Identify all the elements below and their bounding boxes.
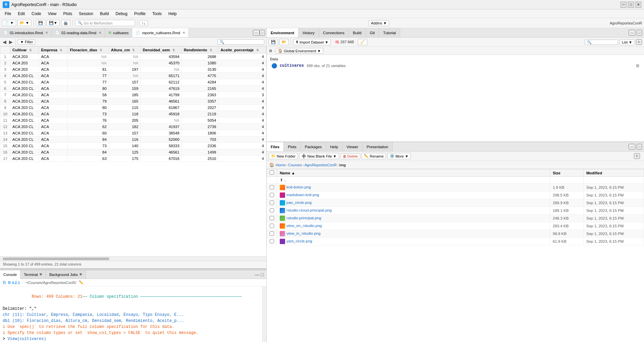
- col-header-floracion[interactable]: Floracion_dias ⇅: [68, 47, 109, 54]
- new-folder-button[interactable]: 📁 New Folder: [269, 153, 298, 159]
- editor-minimize-btn[interactable]: —: [253, 30, 260, 36]
- save-all-button[interactable]: 💾▼: [47, 20, 60, 26]
- file-checkbox-7[interactable]: [270, 231, 274, 236]
- tab-01-introduction[interactable]: 📄 01-introduction.Rmd ✕: [0, 28, 52, 37]
- tab-help[interactable]: Help: [326, 142, 342, 151]
- close-terminal-tab[interactable]: ✕: [39, 272, 42, 277]
- env-search-input[interactable]: [585, 40, 618, 45]
- global-env-button[interactable]: 🏠 Global Environment ▼: [276, 48, 323, 54]
- clear-env-button[interactable]: 🧹: [358, 39, 367, 45]
- table-row[interactable]: 4ACA 203 CLACA77NA6517147754: [0, 73, 266, 79]
- col-header-empresa[interactable]: Empresa ⇅: [39, 47, 68, 54]
- col-header-altura[interactable]: Altura_cm ⇅: [109, 47, 141, 54]
- table-row[interactable]: 14ACA 203 CLACA84116520007034: [0, 136, 266, 143]
- file-checkbox-8[interactable]: [270, 239, 274, 243]
- rename-button[interactable]: ✏️ Rename: [362, 153, 386, 159]
- close-tab-4[interactable]: ✕: [182, 31, 185, 35]
- table-row[interactable]: 8ACA 203 CLACA791654656133574: [0, 98, 266, 105]
- list-item[interactable]: rstudio-principal.png248.3 KBSep 1, 2023…: [267, 215, 644, 222]
- menubar-item-help[interactable]: Help: [166, 11, 179, 17]
- tab-environment[interactable]: Environment: [267, 28, 299, 37]
- table-row[interactable]: 5ACA 203 CLACA771576211242844: [0, 79, 266, 86]
- close-tab-2[interactable]: ✕: [99, 31, 101, 35]
- more-button[interactable]: ⚙️ More ▼: [387, 153, 411, 159]
- data-search-input[interactable]: [217, 39, 264, 45]
- new-blank-file-button[interactable]: ➕ New Blank File ▼: [299, 153, 339, 159]
- table-row[interactable]: 10ACA 203 CLACA731184591821194: [0, 111, 266, 117]
- breadcrumb-courses[interactable]: Courses: [288, 163, 302, 167]
- print-button[interactable]: 🖨️: [61, 20, 70, 26]
- file-name[interactable]: rstudio-cloud-principal.png: [286, 208, 332, 212]
- nav-back-button[interactable]: ◀: [2, 39, 7, 45]
- file-name[interactable]: pao_circle.png: [286, 201, 312, 205]
- table-row[interactable]: 6ACA 203 CLACA801594761921654: [0, 86, 266, 92]
- close-button[interactable]: ✕: [635, 2, 641, 8]
- env-minimize-btn[interactable]: —: [629, 30, 635, 36]
- tab-packages[interactable]: Packages: [301, 142, 326, 151]
- col-header-rendimiento[interactable]: Rendimiento ⇅: [181, 47, 218, 54]
- table-row[interactable]: 2ACA 203ACANANA4537010804: [0, 60, 266, 66]
- tab-plots[interactable]: Plots: [284, 142, 301, 151]
- minimize-button[interactable]: ─: [621, 2, 627, 8]
- filter-button[interactable]: ▼ Filter: [18, 39, 35, 45]
- tab-cultivares[interactable]: ⊞ cultivares: [105, 28, 132, 37]
- file-name[interactable]: view_in_rstudio.png: [286, 231, 321, 235]
- list-item[interactable]: knit-boton.png1.9 KBSep 1, 2023, 6:15 PM: [267, 184, 644, 191]
- tab-history[interactable]: History: [299, 28, 319, 37]
- save-env-button[interactable]: 💾: [269, 39, 278, 45]
- file-name[interactable]: yani_circle.png: [286, 239, 312, 243]
- breadcrumb-agroreportesr[interactable]: AgroReportesConR: [305, 163, 337, 167]
- tab-viewer[interactable]: Viewer: [342, 142, 363, 151]
- addins-button[interactable]: Addins ▼: [369, 20, 389, 26]
- list-item[interactable]: rstudio-cloud-principal.png189.1 KBSep 1…: [267, 207, 644, 215]
- file-name[interactable]: view_en_rstudio.png: [286, 224, 322, 228]
- file-checkbox-6[interactable]: [270, 224, 274, 228]
- menubar-item-tools[interactable]: Tools: [150, 11, 164, 17]
- new-file-button[interactable]: 📄 ▼: [2, 20, 16, 26]
- tab-git[interactable]: Git: [366, 28, 379, 37]
- menubar-item-session[interactable]: Session: [76, 11, 96, 17]
- menubar-item-edit[interactable]: Edit: [15, 11, 28, 17]
- menubar-item-code[interactable]: Code: [29, 11, 44, 17]
- console-output[interactable]: Rows: 499 Columns: 21── Column specifica…: [0, 286, 262, 342]
- table-row[interactable]: 16ACA 203 CLACA841254656114994: [0, 149, 266, 156]
- list-item[interactable]: markdown-knit.png298.5 KBSep 1, 2023, 6:…: [267, 191, 644, 199]
- load-env-button[interactable]: 📂: [279, 39, 289, 45]
- file-name[interactable]: knit-boton.png: [286, 185, 311, 189]
- go-to-file-input[interactable]: 🔍 Go to file/function: [75, 20, 135, 26]
- list-item[interactable]: pao_circle.png289.9 KBSep 1, 2023, 6:15 …: [267, 199, 644, 207]
- table-row[interactable]: 1ACA 203ACANANA4359426884: [0, 54, 266, 60]
- table-row[interactable]: 11ACA 203 CLACA76205NA50544: [0, 117, 266, 124]
- maximize-button[interactable]: □: [628, 2, 634, 8]
- file-checkbox-3[interactable]: [270, 201, 274, 205]
- tab-connections[interactable]: Connections: [319, 28, 349, 37]
- file-checkbox-5[interactable]: [270, 216, 274, 220]
- menubar-item-build[interactable]: Build: [97, 11, 112, 17]
- editor-maximize-btn[interactable]: □: [260, 30, 265, 36]
- file-checkbox-1[interactable]: [270, 185, 274, 189]
- list-item[interactable]: view_en_rstudio.png283.4 KBSep 1, 2023, …: [267, 222, 644, 230]
- col-header-aceite[interactable]: Aceite_porcentaje ⇅: [218, 47, 266, 54]
- console-scrollbar[interactable]: [262, 286, 266, 342]
- file-checkbox-4[interactable]: [270, 208, 274, 213]
- files-refresh-btn[interactable]: ↻: [634, 153, 640, 159]
- col-header-densidad[interactable]: Densidad_sem ⇅: [141, 47, 181, 54]
- files-minimize-btn[interactable]: —: [629, 144, 635, 150]
- close-tab-1[interactable]: ✕: [45, 31, 48, 35]
- tab-files[interactable]: Files: [267, 142, 284, 151]
- console-minimize-btn[interactable]: —: [254, 271, 260, 278]
- table-row[interactable]: 7ACA 203 CLACA581854179923633: [0, 92, 266, 98]
- files-maximize-btn[interactable]: □: [637, 144, 642, 150]
- tab-presentation[interactable]: Presentation: [363, 142, 393, 151]
- close-bgjobs-tab[interactable]: ✕: [79, 272, 82, 277]
- menubar-item-view[interactable]: View: [45, 11, 59, 17]
- tab-tutorial[interactable]: Tutorial: [379, 28, 400, 37]
- menubar-item-debug[interactable]: Debug: [113, 11, 130, 17]
- table-row[interactable]: 15ACA 203 CLACA731405833323364: [0, 143, 266, 149]
- nav-forward-button[interactable]: ▶: [8, 39, 13, 45]
- list-item[interactable]: yani_circle.png61.9 KBSep 1, 2023, 6:15 …: [267, 238, 644, 245]
- col-header-cultivar[interactable]: Cultivar ⇅: [10, 47, 39, 54]
- console-tab-background-jobs[interactable]: Background Jobs ✕: [46, 270, 86, 279]
- tab-build[interactable]: Build: [349, 28, 366, 37]
- grid-view-icon[interactable]: ⊞: [636, 63, 639, 68]
